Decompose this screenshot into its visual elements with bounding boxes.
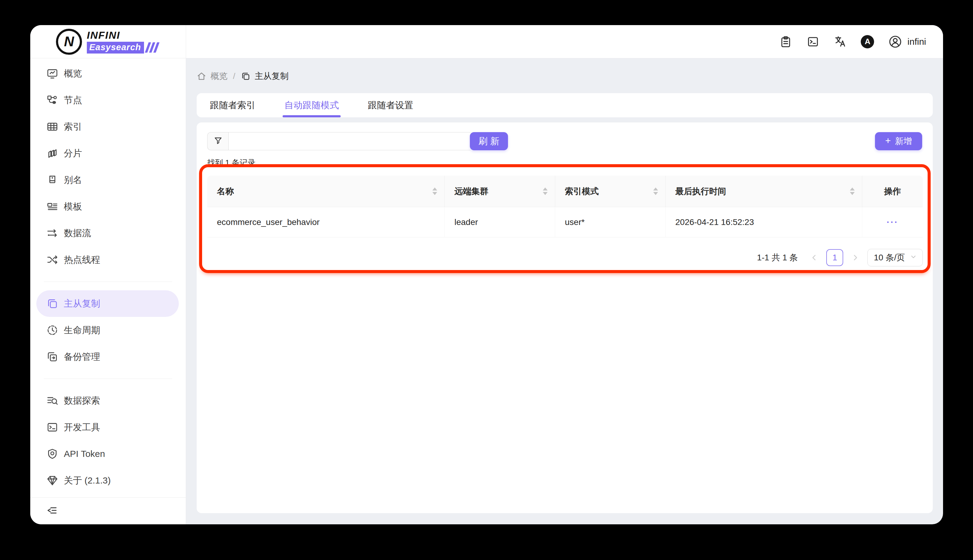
theme-toggle-icon[interactable]: A — [861, 35, 874, 48]
chevron-right-icon[interactable] — [849, 252, 861, 264]
discover-icon — [46, 395, 58, 407]
auto-follow-table: 名称 远端集群 索引模式 最后执行时间 — [207, 176, 923, 237]
column-label: 索引模式 — [565, 186, 599, 197]
tab-follower-index[interactable]: 跟随者索引 — [210, 93, 255, 117]
column-header-index-pattern[interactable]: 索引模式 — [555, 176, 666, 207]
clipboard-icon[interactable] — [779, 35, 793, 48]
column-header-last-execution[interactable]: 最后执行时间 — [666, 176, 862, 207]
result-summary: 找到 1 条记录 — [207, 158, 922, 168]
table-row: ecommerce_user_behavior leader user* 202… — [207, 207, 923, 237]
sidebar-item-label: 数据流 — [64, 227, 91, 240]
sidebar-item-apitoken[interactable]: API Token — [36, 440, 179, 467]
column-label: 最后执行时间 — [675, 186, 726, 197]
sidebar-item-shards[interactable]: 分片 — [36, 140, 179, 167]
breadcrumb-home-label[interactable]: 概览 — [210, 70, 227, 82]
tab-follower-settings[interactable]: 跟随者设置 — [368, 93, 413, 117]
user-menu[interactable]: infini — [888, 35, 926, 49]
sidebar-item-devtools[interactable]: 开发工具 — [36, 414, 179, 440]
sidebar-item-datastream[interactable]: 数据流 — [36, 220, 179, 247]
apitoken-icon — [46, 448, 58, 460]
column-label: 操作 — [884, 186, 901, 197]
sidebar-item-label: 模板 — [64, 200, 82, 213]
sidebar-item-nodes[interactable]: 节点 — [36, 87, 179, 113]
sidebar-item-label: 分片 — [64, 147, 82, 160]
sort-icon — [543, 187, 547, 195]
breadcrumb-current-label: 主从复制 — [255, 70, 289, 82]
indices-icon — [46, 121, 58, 133]
sidebar-item-backup[interactable]: 备份管理 — [36, 343, 179, 370]
column-header-remote-cluster[interactable]: 远端集群 — [445, 176, 555, 207]
tab-label: 自动跟随模式 — [284, 99, 339, 112]
cell-name: ecommerce_user_behavior — [207, 207, 445, 237]
sidebar-item-label: 关于 (2.1.3) — [64, 475, 111, 487]
filter-button[interactable] — [207, 132, 229, 150]
infini-logo-icon: N — [56, 29, 82, 55]
filter-input[interactable] — [229, 132, 471, 150]
refresh-button[interactable]: 刷 新 — [470, 132, 508, 150]
sidebar-nav: 概览 节点 索引 分片 别名 模板 数据流 热点线程 — [30, 58, 186, 524]
content-card: 刷 新 + 新增 找到 1 条记录 名称 远端集群 — [197, 122, 933, 513]
column-label: 远端集群 — [454, 186, 488, 197]
sidebar-item-lifecycle[interactable]: 生命周期 — [36, 317, 179, 343]
tab-label: 跟随者索引 — [210, 99, 255, 112]
sidebar-item-label: 主从复制 — [64, 298, 100, 310]
page-number-button[interactable]: 1 — [826, 249, 843, 266]
breadcrumb: 概览 / 主从复制 — [197, 70, 933, 83]
replication-icon — [241, 72, 250, 81]
sidebar-item-label: 生命周期 — [64, 324, 100, 337]
sidebar-item-label: 开发工具 — [64, 421, 100, 433]
sidebar-item-hotthreads[interactable]: 热点线程 — [36, 247, 179, 273]
page-size-label: 10 条/页 — [874, 252, 905, 263]
username-label: infini — [907, 37, 926, 47]
column-header-name[interactable]: 名称 — [207, 176, 445, 207]
sidebar-divider — [44, 378, 172, 379]
sidebar-item-discover[interactable]: 数据探索 — [36, 387, 179, 414]
breadcrumb-separator: / — [233, 72, 235, 81]
page-size-select[interactable]: 10 条/页 — [868, 249, 923, 267]
sidebar-item-label: 数据探索 — [64, 395, 100, 407]
plus-icon: + — [885, 136, 891, 145]
sidebar-collapse-button[interactable] — [30, 498, 186, 524]
menu-fold-icon — [46, 505, 58, 517]
chevron-left-icon[interactable] — [808, 252, 820, 264]
sidebar-item-label: 概览 — [64, 67, 82, 80]
overview-icon — [46, 67, 58, 80]
home-icon[interactable] — [197, 72, 206, 81]
brand-logo: N INFINI Easysearch — [30, 25, 186, 58]
tab-label: 跟随者设置 — [368, 99, 413, 112]
sidebar-item-alias[interactable]: 别名 — [36, 167, 179, 193]
template-icon — [46, 200, 58, 213]
add-button[interactable]: + 新增 — [875, 132, 922, 150]
sidebar-item-label: 别名 — [64, 174, 82, 186]
backup-icon — [46, 351, 58, 363]
table-header-row: 名称 远端集群 索引模式 最后执行时间 — [207, 176, 923, 207]
tab-auto-follow[interactable]: 自动跟随模式 — [284, 93, 339, 117]
sidebar-divider — [44, 282, 172, 282]
brand-wordmark: INFINI Easysearch — [87, 30, 158, 53]
datastream-icon — [46, 227, 58, 239]
brand-line2: Easysearch — [87, 42, 144, 53]
row-actions-menu[interactable]: ··· — [887, 217, 899, 227]
sort-icon — [850, 187, 855, 195]
sidebar-item-about[interactable]: 关于 (2.1.3) — [36, 467, 179, 494]
main-content: 概览 / 主从复制 跟随者索引 自动跟随模式 跟随者设置 刷 新 + — [186, 59, 943, 524]
filter-group: 刷 新 — [207, 132, 508, 150]
sidebar-item-label: 热点线程 — [64, 254, 100, 266]
cell-last-execution: 2026-04-21 16:52:23 — [666, 207, 862, 237]
funnel-icon — [213, 136, 223, 147]
translate-icon[interactable] — [833, 35, 847, 48]
sidebar-item-indices[interactable]: 索引 — [36, 113, 179, 140]
brand-line1: INFINI — [87, 30, 158, 40]
cell-actions: ··· — [862, 207, 923, 237]
sidebar-item-overview[interactable]: 概览 — [36, 60, 179, 87]
column-label: 名称 — [217, 186, 234, 197]
terminal-icon[interactable] — [806, 35, 819, 48]
sidebar-item-template[interactable]: 模板 — [36, 193, 179, 220]
app-window: N INFINI Easysearch A — [30, 25, 943, 524]
devtools-icon — [46, 421, 58, 433]
chevron-down-icon — [910, 253, 917, 262]
column-header-actions: 操作 — [862, 176, 923, 207]
tab-bar: 跟随者索引 自动跟随模式 跟随者设置 — [197, 93, 933, 117]
sidebar-item-replication[interactable]: 主从复制 — [36, 290, 179, 317]
top-bar: N INFINI Easysearch A — [30, 25, 943, 58]
